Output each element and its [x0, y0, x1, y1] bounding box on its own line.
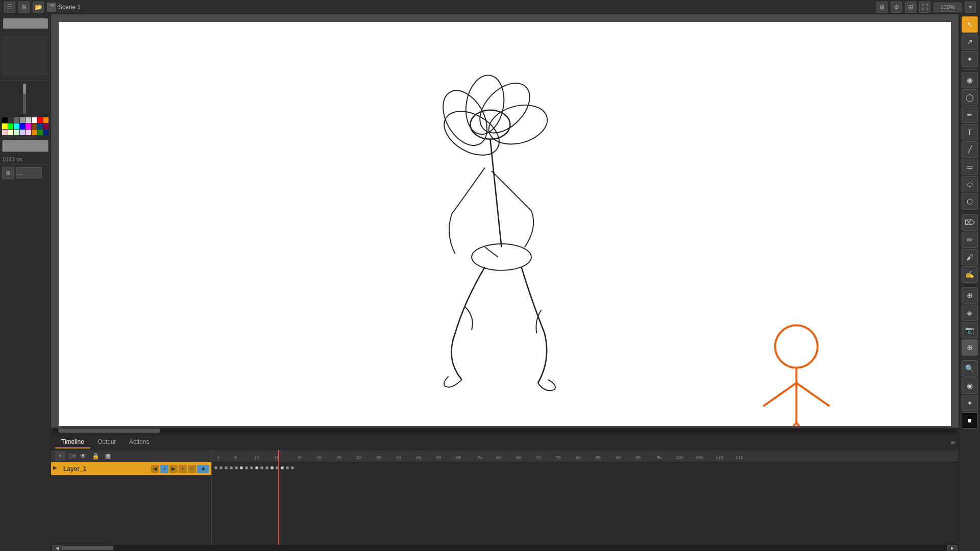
- tool-zoom[interactable]: 🔍: [962, 360, 978, 377]
- swatch-darkorange[interactable]: [32, 130, 37, 135]
- fill-color-preview[interactable]: [2, 140, 48, 152]
- swatch-teal[interactable]: [37, 123, 43, 129]
- timeline-scroll-thumb[interactable]: [62, 546, 113, 550]
- canvas-hscrollbar[interactable]: [51, 428, 959, 434]
- frames-area[interactable]: [212, 462, 959, 545]
- tool-transform[interactable]: ↗: [962, 34, 978, 50]
- main-layout: 1080 px ⊕: [0, 14, 980, 551]
- swatch-lightyellow[interactable]: [8, 130, 14, 135]
- tool-ellipse[interactable]: ⬭: [962, 176, 978, 192]
- tool-camera[interactable]: 📷: [962, 322, 978, 338]
- svg-text:85: 85: [596, 455, 601, 460]
- swatch-green[interactable]: [8, 123, 14, 129]
- eyedropper-bottom-icon[interactable]: ⊕: [2, 167, 14, 179]
- tool-brush[interactable]: 🖌: [962, 249, 978, 265]
- px-label: px: [16, 156, 22, 162]
- tool-polygon[interactable]: ⬡: [962, 193, 978, 210]
- swatch-cyan[interactable]: [14, 123, 19, 129]
- mini-scroll: [23, 84, 26, 114]
- tool-eyedropper[interactable]: ⊕: [962, 287, 978, 304]
- swatch-silver[interactable]: [26, 117, 31, 123]
- swatch-darkblue[interactable]: [43, 130, 49, 135]
- new-icon[interactable]: ⊞: [18, 2, 30, 13]
- layer-add-icon[interactable]: +: [55, 451, 65, 461]
- left-color-section: [0, 14, 51, 33]
- swatch-lightgray[interactable]: [20, 117, 26, 123]
- canvas-hscroll-track[interactable]: [53, 429, 957, 433]
- svg-rect-55: [260, 466, 263, 469]
- scroll-left-btn[interactable]: ◂: [52, 545, 62, 550]
- layer-lock-icon[interactable]: 🔒: [91, 452, 100, 461]
- tool-eraser[interactable]: ⌦: [962, 214, 978, 231]
- layer-color-btn[interactable]: ■: [197, 465, 209, 473]
- tool-dropper2[interactable]: ✦: [962, 395, 978, 411]
- swatch-red[interactable]: [37, 117, 43, 123]
- swatch-lightpink[interactable]: [2, 130, 8, 135]
- svg-text:50: 50: [436, 455, 441, 460]
- tab-timeline[interactable]: Timeline: [55, 436, 90, 448]
- tab-actions[interactable]: Actions: [123, 436, 155, 448]
- swatch-magenta[interactable]: [26, 123, 31, 129]
- swatch-black[interactable]: [2, 117, 8, 123]
- color-input-field[interactable]: [16, 167, 42, 179]
- tool-pencil[interactable]: ✏: [962, 232, 978, 248]
- timeline-hscrollbar[interactable]: ◂ ▸: [51, 545, 959, 551]
- tool-paintbucket[interactable]: ◉: [962, 72, 978, 88]
- layer-eye-icon[interactable]: 👁: [79, 452, 88, 461]
- top-bar: ☰ ⊞ 📂 🎬 Scene 1 🖥 ⚙ ⊞ ⛶ 100% ▾: [0, 0, 980, 14]
- timeline-scroll-track[interactable]: [62, 546, 947, 550]
- swatch-darkgray[interactable]: [8, 117, 14, 123]
- timeline-content: ▶ Layer_1 ◀ ▪ ▶ • + ■: [51, 462, 959, 545]
- swatch-yellow[interactable]: [2, 123, 8, 129]
- swatch-lightlav[interactable]: [26, 130, 31, 135]
- swatch-purple[interactable]: [43, 123, 49, 129]
- svg-text:75: 75: [556, 455, 561, 460]
- layer-dot-btn[interactable]: •: [179, 465, 187, 473]
- layer-next-btn[interactable]: ▶: [169, 465, 178, 473]
- tool-ovalselect[interactable]: ◯: [962, 89, 978, 106]
- tool-line[interactable]: ╱: [962, 141, 978, 158]
- layer-add-key-btn[interactable]: +: [188, 465, 196, 473]
- stroke-color-preview[interactable]: [3, 18, 48, 29]
- scene-name: Scene 1: [58, 4, 81, 11]
- svg-point-9: [472, 244, 531, 270]
- tool-fill[interactable]: ◈: [962, 305, 978, 321]
- svg-text:35: 35: [376, 455, 381, 460]
- swatch-lightblue[interactable]: [20, 130, 26, 135]
- swatch-lightgreen[interactable]: [14, 130, 19, 135]
- tool-colorpicker[interactable]: ◉: [962, 378, 978, 394]
- layer-off-label: Off: [68, 453, 76, 459]
- scroll-right-btn[interactable]: ▸: [947, 545, 958, 550]
- swatch-darkgreen[interactable]: [37, 130, 43, 135]
- settings-icon[interactable]: ⚙: [891, 2, 902, 13]
- canvas-svg: [59, 22, 951, 426]
- tool-select[interactable]: ↖: [962, 16, 978, 33]
- swatch-brown[interactable]: [32, 123, 37, 129]
- swatch-white[interactable]: [32, 117, 37, 123]
- tool-pen[interactable]: ✒: [962, 107, 978, 123]
- canvas-hscroll-thumb[interactable]: [58, 429, 160, 433]
- swatch-gray[interactable]: [14, 117, 19, 123]
- swatch-orange[interactable]: [43, 117, 49, 123]
- tool-rect[interactable]: ▭: [962, 159, 978, 175]
- tool-blackfill[interactable]: ■: [962, 412, 978, 429]
- tab-output[interactable]: Output: [91, 436, 122, 448]
- svg-text:1: 1: [217, 455, 219, 460]
- tool-freetransform[interactable]: ✦: [962, 51, 978, 67]
- svg-rect-59: [281, 466, 284, 469]
- tool-bone[interactable]: ⊕: [962, 339, 978, 356]
- timeline-menu-icon[interactable]: ≡: [950, 438, 954, 446]
- display-icon[interactable]: 🖥: [876, 2, 888, 13]
- layer-props-icon[interactable]: ▦: [103, 452, 112, 461]
- swatch-blue[interactable]: [20, 123, 26, 129]
- layer-prev-btn[interactable]: ◀: [151, 465, 159, 473]
- fullscreen-icon[interactable]: ⛶: [919, 2, 930, 13]
- grid-icon[interactable]: ⊞: [905, 2, 916, 13]
- tool-ink[interactable]: ✍: [962, 266, 978, 283]
- drawing-canvas[interactable]: [51, 14, 959, 434]
- zoom-control[interactable]: 100%: [934, 3, 962, 12]
- tool-text[interactable]: T: [962, 124, 978, 140]
- open-icon[interactable]: 📂: [33, 2, 44, 13]
- zoom-dropdown-icon[interactable]: ▾: [965, 2, 976, 13]
- menu-icon[interactable]: ☰: [4, 2, 15, 13]
